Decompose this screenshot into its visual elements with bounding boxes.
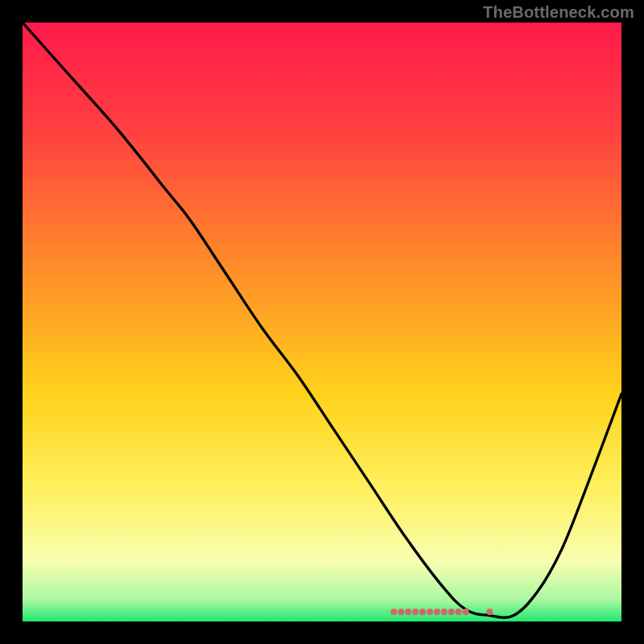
marker-dot [462,609,469,615]
chart-stage: TheBottleneck.com [0,0,644,644]
marker-dot [412,609,419,615]
marker-dot [390,609,397,615]
marker-dot [486,609,493,615]
marker-dot [398,609,404,615]
marker-dot [427,609,433,615]
chart-background [23,23,621,621]
marker-dot [405,609,411,615]
marker-dot [456,609,462,615]
marker-dot [448,609,455,615]
marker-dot [441,609,448,615]
bottleneck-chart [23,23,621,621]
watermark-text: TheBottleneck.com [483,3,634,22]
marker-dot [419,609,426,615]
marker-dot [434,609,440,615]
